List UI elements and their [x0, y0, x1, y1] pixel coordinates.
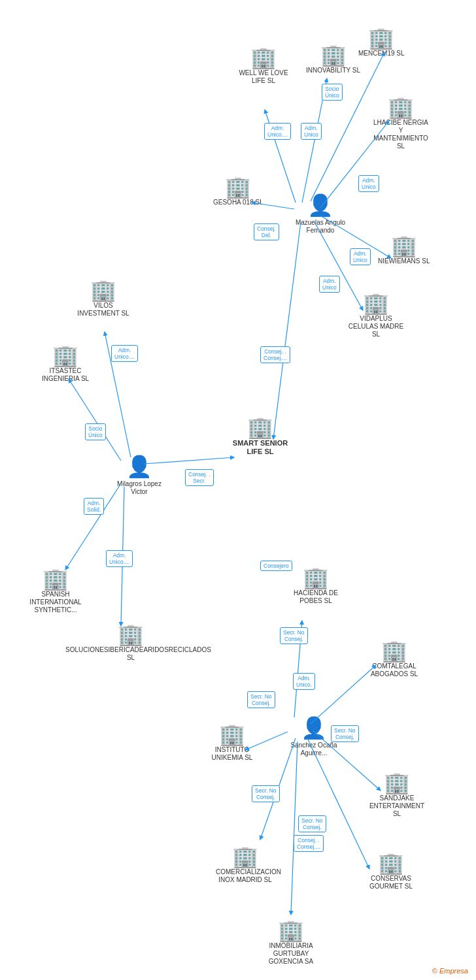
- label-vidaplus: VIDAPLUS CELULAS MADRE SL: [347, 315, 405, 338]
- building-icon-vilos: 🏢: [90, 280, 116, 301]
- building-icon-spanish: 🏢: [42, 568, 69, 589]
- building-icon-sandjake: 🏢: [384, 772, 410, 793]
- svg-line-19: [291, 742, 298, 915]
- node-smartsenior: 🏢 SMART SENIOR LIFE SL: [228, 417, 293, 456]
- label-mazuelas: Mazuelas Angulo Fernando: [291, 219, 350, 235]
- building-icon-solucionesibericade: 🏢: [118, 624, 144, 645]
- node-itsastec: 🏢 ITSASTEC INGENIERIA SL: [36, 345, 95, 383]
- building-icon-comtalegal: 🏢: [381, 640, 407, 661]
- node-conservas: 🏢 CONSERVAS GOURMET SL: [362, 853, 420, 890]
- building-icon-mencem19: 🏢: [368, 27, 394, 48]
- badge-secr-no-consej-1[interactable]: Secr. NoConsej.: [280, 627, 308, 644]
- badge-adm-solid[interactable]: Adm.Solid.: [84, 498, 104, 515]
- building-icon-wellwelove: 🏢: [250, 47, 277, 68]
- label-comtalegal: COMTALEGAL ABOGADOS SL: [365, 662, 424, 678]
- building-icon-instituto: 🏢: [219, 724, 245, 745]
- node-comercializacion: 🏢 COMERCIALIZACION INOX MADRID SL: [216, 846, 275, 884]
- label-lhacibe: LHACIBE NERGIA Y MANTENIMIENTO SL: [371, 119, 430, 150]
- label-wellwelove: WELL WE LOVE LIFE SL: [234, 69, 293, 85]
- label-sanchezocana: Sanchez Ocaña Aguirre...: [284, 742, 343, 757]
- node-lhacibe: 🏢 LHACIBE NERGIA Y MANTENIMIENTO SL: [371, 97, 430, 150]
- building-icon-inmobiliaria: 🏢: [278, 920, 304, 941]
- building-icon-vidaplus: 🏢: [363, 293, 389, 314]
- badge-secr-no-consej-comercializacion[interactable]: Secr. NoConsej.: [252, 785, 280, 802]
- badge-adm-unico-1[interactable]: Adm.Unico....: [264, 123, 291, 140]
- svg-line-7: [273, 222, 301, 439]
- node-vidaplus: 🏢 VIDAPLUS CELULAS MADRE SL: [347, 293, 405, 338]
- node-comtalegal: 🏢 COMTALEGAL ABOGADOS SL: [365, 640, 424, 678]
- building-icon-niewiemans: 🏢: [391, 235, 417, 256]
- badge-adm-unico-niewiemans[interactable]: Adm.Unico: [350, 248, 371, 265]
- copyright: © Empresa: [432, 967, 468, 975]
- svg-line-9: [69, 379, 121, 461]
- node-spanish: 🏢 SPANISH INTERNATIONAL SYNTHETIC...: [26, 568, 85, 614]
- label-comercializacion: COMERCIALIZACION INOX MADRID SL: [216, 868, 275, 884]
- label-niewiemans: NIEWIEMANS SL: [378, 257, 430, 265]
- label-gesoha: GESOHA 018 SL: [213, 199, 264, 206]
- building-icon-hacienda: 🏢: [303, 567, 329, 588]
- badge-consej-consej-1[interactable]: Consej. .Consej....: [260, 346, 290, 363]
- label-innovability: INNOVABILITY SL: [306, 67, 360, 74]
- badge-consej-secr[interactable]: Consej. .Secr.: [185, 469, 214, 486]
- badge-secr-no-consej-instituto[interactable]: Secr. NoConsej.: [247, 691, 275, 708]
- building-icon-itsastec: 🏢: [52, 345, 78, 366]
- node-sandjake: 🏢 SANDJAKE ENTERTAINMENT SL: [367, 772, 426, 818]
- building-icon-lhacibe: 🏢: [388, 97, 414, 118]
- node-hacienda: 🏢 HACIENDA DE POBES SL: [286, 567, 345, 605]
- node-wellwelove: 🏢 WELL WE LOVE LIFE SL: [234, 47, 293, 85]
- label-conservas: CONSERVAS GOURMET SL: [362, 875, 420, 890]
- badge-socio-unico-top[interactable]: SocioÚnico: [322, 84, 343, 101]
- person-icon-sanchezocana: 👤: [301, 715, 327, 740]
- label-vilos: VILOS INVESTMENT SL: [74, 302, 133, 318]
- label-itsastec: ITSASTEC INGENIERIA SL: [36, 367, 95, 383]
- label-hacienda: HACIENDA DE POBES SL: [286, 589, 345, 605]
- node-mencem19: 🏢 MENCEM19 SL: [358, 27, 405, 57]
- building-icon-smartsenior: 🏢: [247, 417, 273, 438]
- badge-adm-unico-comtalegal[interactable]: Adm.Unico.: [293, 673, 315, 690]
- badge-adm-unico-vidaplus[interactable]: Adm.Unico: [319, 276, 340, 293]
- badge-adm-unico-2[interactable]: Adm.Unico: [301, 123, 322, 140]
- badge-consejero[interactable]: Consejero: [260, 561, 292, 571]
- building-icon-comercializacion: 🏢: [232, 846, 258, 867]
- building-icon-gesoha: 🏢: [225, 176, 251, 197]
- badge-adm-unico-spanish[interactable]: Adm.Unico....: [106, 550, 133, 567]
- badge-secr-no-consej-conservas[interactable]: Secr. NoConsej.: [298, 815, 326, 832]
- label-mencem19: MENCEM19 SL: [358, 50, 405, 57]
- node-inmobiliaria: 🏢 INMOBILIARIA GURTUBAY GOXENCIA SA: [262, 920, 320, 966]
- node-instituto: 🏢 INSTITUTO UNIKEMIA SL: [203, 724, 262, 762]
- person-icon-milagros: 👤: [126, 454, 152, 479]
- diagram: 🏢 MENCEM19 SL 🏢 WELL WE LOVE LIFE SL 🏢 I…: [0, 0, 476, 980]
- person-icon-mazuelas: 👤: [307, 193, 333, 218]
- badge-adm-unico-vilos[interactable]: Adm.Unico....: [111, 345, 138, 362]
- label-milagros: Milagros Lopez Victor: [110, 480, 169, 496]
- label-smartsenior: SMART SENIOR LIFE SL: [228, 439, 293, 456]
- building-icon-innovability: 🏢: [320, 44, 347, 65]
- building-icon-conservas: 🏢: [378, 853, 404, 874]
- node-milagros: 👤 Milagros Lopez Victor: [110, 454, 169, 496]
- label-solucionesibericade: SOLUCIONESIBERICADEARIDOSRECICLADOS SL: [65, 646, 196, 662]
- node-innovability: 🏢 INNOVABILITY SL: [306, 44, 360, 74]
- badge-socio-unico-itsastec[interactable]: SocioÚnico: [85, 423, 106, 440]
- node-vilos: 🏢 VILOS INVESTMENT SL: [74, 280, 133, 318]
- node-niewiemans: 🏢 NIEWIEMANS SL: [378, 235, 430, 265]
- node-mazuelas: 👤 Mazuelas Angulo Fernando: [291, 193, 350, 235]
- label-spanish: SPANISH INTERNATIONAL SYNTHETIC...: [26, 591, 85, 614]
- node-solucionesibericade: 🏢 SOLUCIONESIBERICADEARIDOSRECICLADOS SL: [65, 624, 196, 662]
- badge-consej-del[interactable]: Consej.Del.: [254, 223, 279, 240]
- badge-adm-unico-lhacibe[interactable]: Adm.Unico: [358, 175, 379, 192]
- label-inmobiliaria: INMOBILIARIA GURTUBAY GOXENCIA SA: [262, 942, 320, 966]
- label-instituto: INSTITUTO UNIKEMIA SL: [203, 746, 262, 762]
- label-sandjake: SANDJAKE ENTERTAINMENT SL: [367, 794, 426, 818]
- badge-consej-consej-2[interactable]: Consej. .Consej....: [294, 835, 324, 852]
- badge-secr-no-consej-sandjake[interactable]: Secr. NoConsej.: [331, 725, 359, 742]
- node-gesoha: 🏢 GESOHA 018 SL: [213, 176, 264, 206]
